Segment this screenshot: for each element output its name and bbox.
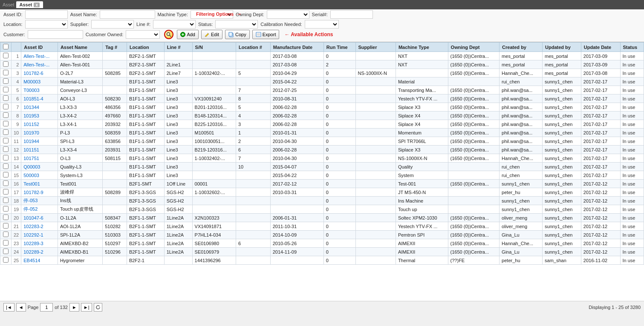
col-update-date[interactable]: Update Date <box>581 43 620 52</box>
asset-id-link[interactable]: 101851-4 <box>23 96 43 101</box>
asset-id-link[interactable]: 101970 <box>23 130 39 135</box>
row-checkbox[interactable] <box>3 78 9 84</box>
asset-id-link[interactable]: 101782-6 <box>23 71 43 76</box>
asset-id-input[interactable] <box>25 10 68 19</box>
asset-id-link[interactable]: 停-052 <box>23 206 38 212</box>
col-sn[interactable]: S/N <box>192 43 236 52</box>
row-checkbox[interactable] <box>3 223 9 229</box>
row-checkbox[interactable] <box>3 112 9 118</box>
asset-id-link[interactable]: Q00003 <box>23 164 40 169</box>
row-checkbox[interactable] <box>3 104 9 109</box>
row-checkbox[interactable] <box>3 249 9 254</box>
asset-id-link[interactable]: 102289-3 <box>23 241 43 246</box>
page-last-btn[interactable]: ►| <box>81 303 92 312</box>
row-checkbox[interactable] <box>3 232 9 237</box>
table-cell: Yestech YTV-FX ... <box>396 94 448 103</box>
asset-id-link[interactable]: Allen-Test-... <box>23 54 49 59</box>
row-checkbox[interactable] <box>3 138 9 143</box>
export-button[interactable]: Export <box>252 30 280 39</box>
row-checkbox[interactable] <box>3 53 9 58</box>
col-runtime[interactable]: Run Time <box>323 43 355 52</box>
asset-id-link[interactable]: 101152 <box>23 122 39 127</box>
customer-owned-select[interactable] <box>126 30 160 39</box>
row-checkbox[interactable] <box>3 146 9 152</box>
table-cell <box>355 146 396 154</box>
asset-id-link[interactable]: 102292-1 <box>23 232 43 237</box>
col-asset-name[interactable]: Asset Name <box>58 43 102 52</box>
asset-id-link[interactable]: 101953 <box>23 113 39 118</box>
row-checkbox[interactable] <box>3 163 9 169</box>
col-location-num[interactable]: Location # <box>236 43 270 52</box>
row-checkbox[interactable] <box>3 129 9 135</box>
line-num-select[interactable] <box>153 20 196 29</box>
row-checkbox[interactable] <box>3 95 9 101</box>
calibration-select[interactable] <box>305 20 339 29</box>
asset-id-link[interactable]: M00003 <box>23 79 40 84</box>
serial-input[interactable] <box>330 10 373 19</box>
machine-type-select[interactable] <box>191 10 233 19</box>
status-select[interactable] <box>215 20 258 29</box>
row-checkbox[interactable] <box>3 155 9 160</box>
col-line[interactable]: Line # <box>164 43 192 52</box>
supplier-select[interactable] <box>91 20 134 29</box>
asset-id-link[interactable]: 102283-2 <box>23 224 43 229</box>
page-next-btn[interactable]: ► <box>69 303 79 312</box>
asset-id-link[interactable]: 101047-6 <box>23 215 43 220</box>
asset-name-input[interactable] <box>100 10 155 19</box>
search-button[interactable] <box>164 30 173 39</box>
table-cell: Line3 <box>164 94 192 103</box>
asset-id-link[interactable]: 101944 <box>23 139 39 144</box>
col-machine-type[interactable]: Machine Type <box>396 43 448 52</box>
page-first-btn[interactable]: |◄ <box>3 303 14 312</box>
row-checkbox[interactable] <box>3 189 9 194</box>
row-checkbox[interactable] <box>3 121 9 126</box>
row-checkbox[interactable] <box>3 240 9 246</box>
col-location[interactable]: Location <box>127 43 164 52</box>
table-cell: 10 <box>236 163 270 171</box>
asset-id-link[interactable]: 停-053 <box>23 198 38 203</box>
row-checkbox[interactable] <box>3 206 9 212</box>
edit-button[interactable]: Edit <box>201 30 222 39</box>
row-checkbox[interactable] <box>3 70 9 75</box>
copy-button[interactable]: Copy <box>225 30 250 39</box>
col-asset-id[interactable]: Asset ID <box>21 43 58 52</box>
asset-id-link[interactable]: Allen-Test-... <box>23 62 49 67</box>
tab-close-btn[interactable]: x <box>34 3 40 7</box>
asset-id-link[interactable]: 101151 <box>23 147 39 152</box>
select-all-checkbox[interactable] <box>3 44 9 49</box>
col-created-by[interactable]: Created by <box>500 43 543 52</box>
table-cell <box>448 77 500 86</box>
row-checkbox[interactable] <box>3 87 9 92</box>
location-select[interactable] <box>25 20 68 29</box>
table-cell: L3-X4-1 <box>58 120 102 129</box>
asset-id-link[interactable]: 101751 <box>23 156 39 161</box>
table-cell: sunny1_chen <box>543 205 581 214</box>
table-cell: Allen-Test-... <box>21 52 58 60</box>
row-checkbox[interactable] <box>3 180 9 186</box>
asset-id-link[interactable]: T00003 <box>23 88 39 93</box>
asset-id-link[interactable]: 101344 <box>23 105 39 110</box>
col-supplier[interactable]: Supplier <box>355 43 396 52</box>
row-checkbox[interactable] <box>3 257 9 263</box>
page-number-input[interactable] <box>40 303 53 312</box>
add-button[interactable]: Add <box>177 30 199 39</box>
col-status[interactable]: Status <box>620 43 644 52</box>
asset-id-link[interactable]: 101782-9 <box>23 190 43 195</box>
asset-id-link[interactable]: EB4514 <box>23 258 40 263</box>
col-updated-by[interactable]: Updated by <box>543 43 581 52</box>
page-prev-btn[interactable]: ◄ <box>16 303 26 312</box>
col-owning-dept[interactable]: Owning Dept <box>448 43 500 52</box>
customer-input[interactable] <box>28 30 83 39</box>
asset-id-link[interactable]: Test001 <box>23 181 40 186</box>
row-checkbox[interactable] <box>3 172 9 177</box>
asset-id-link[interactable]: 102289-2 <box>23 249 43 255</box>
row-checkbox[interactable] <box>3 61 9 67</box>
col-tag[interactable]: Tag # <box>103 43 127 52</box>
row-checkbox[interactable] <box>3 197 9 203</box>
refresh-btn[interactable] <box>94 303 102 312</box>
asset-id-link[interactable]: 500003 <box>23 173 39 178</box>
table-cell: AOI-L3 <box>58 94 102 103</box>
col-mfg-date[interactable]: Manufacture Date <box>270 43 323 52</box>
row-checkbox[interactable] <box>3 214 9 220</box>
owning-dept-select[interactable] <box>267 10 309 19</box>
